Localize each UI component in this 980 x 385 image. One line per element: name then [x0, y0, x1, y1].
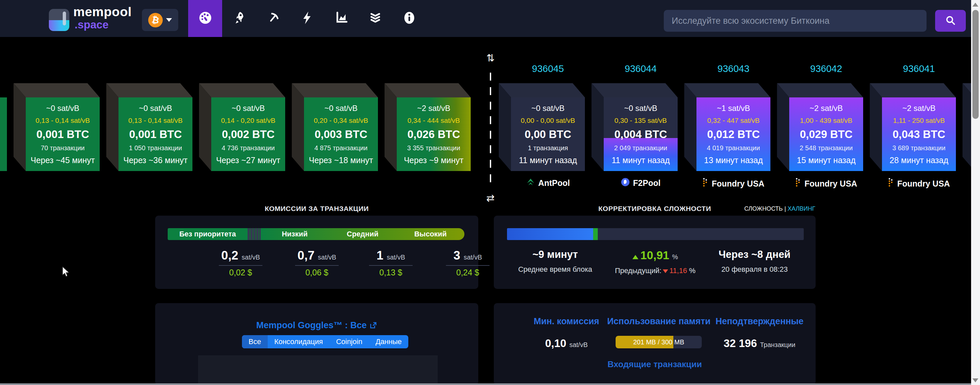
block-face: ~0 sat/vB0,00 - 0,00 sat/vB0,00 BTC1 тра… [511, 97, 585, 171]
incoming-transactions-link[interactable]: Входящие транзакции [494, 359, 816, 369]
brand[interactable]: mempool .space [73, 5, 132, 30]
block-face: ~1 sat/vB0,32 - 447 sat/vB0,012 BTC4 019… [697, 97, 770, 171]
goggles-tab-coinjoin[interactable]: Coinjoin [329, 335, 369, 348]
tab-dashboard[interactable] [188, 0, 222, 37]
search-input[interactable] [664, 10, 926, 32]
block-total-fees: 0,001 BTC [129, 128, 182, 141]
difficulty-panel: ~9 минут Среднее время блока 10,91 % Пре… [494, 216, 816, 289]
mempool-block[interactable]: ~0 sat/vB0,14 - 0,20 sat/vB0,002 BTC4 73… [211, 97, 285, 171]
goggles-tab-данные[interactable]: Данные [369, 335, 408, 348]
fee-tier: 1 sat/vB0,13 $ [355, 249, 427, 277]
block-tx-count: 70 транзакции [41, 144, 84, 152]
fee-usd: 0,02 $ [204, 268, 277, 277]
goggles-tab-все[interactable]: Все [242, 335, 268, 348]
mempool-block[interactable]: ~2 sat/vB0,34 - 444 sat/vB0,026 BTC3 355… [397, 97, 471, 171]
block-fee-range: 0,13 - 0,14 sat/vB [36, 116, 90, 124]
scrollbar-up-arrow[interactable] [972, 3, 978, 6]
block-height-link[interactable]: 936045 [511, 64, 585, 74]
brand-top: mempool [73, 5, 132, 18]
goggles-canvas[interactable] [198, 355, 438, 385]
block-time-ago: 15 минут назад [797, 156, 856, 165]
block-total-fees: 0,00 BTC [525, 128, 571, 141]
unconfirmed-number: 32 196 [724, 337, 757, 349]
previous-change: 11,16 [670, 266, 687, 275]
mining-pool-link[interactable]: AntPool [511, 178, 585, 189]
pickaxe-icon [267, 11, 280, 26]
mining-pool-link[interactable]: Foundry USA [789, 178, 863, 189]
block-eta: Через ~9 минут [404, 156, 464, 165]
blockchain-block[interactable]: ~1 sat/vB0,32 - 447 sat/vB0,012 BTC4 019… [697, 97, 770, 171]
mempool-block[interactable]: ~0 sat/vB0,13 - 0,14 sat/vB0,001 BTC1 05… [118, 97, 192, 171]
difficulty-links: СЛОЖНОСТЬ | ХАЛВИНГ [729, 205, 815, 212]
halving-link[interactable]: ХАЛВИНГ [788, 205, 815, 212]
block-tx-count: 3 689 транзакции [892, 144, 946, 152]
block-face: ~2 sat/vB1,11 - 250 sat/vB0,043 BTC3 689… [882, 97, 956, 171]
mining-pool-name: Foundry USA [897, 179, 950, 189]
mouse-cursor [61, 266, 71, 279]
fee-usd: 0,06 $ [280, 268, 353, 277]
tab-graphs[interactable] [324, 0, 358, 37]
mining-pool-link[interactable]: Foundry USA [882, 178, 956, 189]
goggles-tab-консолидация[interactable]: Консолидация [268, 335, 329, 348]
block-top-face [385, 83, 471, 97]
blockchain-block[interactable]: ~2 sat/vB1,11 - 250 sat/vB0,043 BTC3 689… [882, 97, 956, 171]
tab-acceleration[interactable] [222, 0, 256, 37]
block-fee-range: 0,34 - 444 sat/vB [408, 116, 460, 124]
block-height-link[interactable]: 936043 [697, 64, 770, 74]
lightning-icon [301, 11, 314, 26]
block-total-fees: 0,012 BTC [707, 128, 760, 141]
mempool-block-partial[interactable] [0, 97, 7, 171]
fee-divider [369, 265, 413, 266]
block-total-fees: 0,004 BTC [614, 128, 667, 141]
tab-layers[interactable] [358, 0, 392, 37]
mining-pool-link[interactable]: F2Pool [604, 178, 678, 189]
blockchain-block[interactable]: ~2 sat/vB1,00 - 439 sat/vB0,029 BTC2 548… [789, 97, 863, 171]
mempool-block[interactable]: ~0 sat/vB0,20 - 0,34 sat/vB0,003 BTC4 87… [304, 97, 378, 171]
fee-rate: 1 sat/vB [355, 249, 427, 262]
block-median-rate: ~0 sat/vB [232, 104, 265, 113]
mempool-block[interactable]: ~0 sat/vB0,13 - 0,14 sat/vB0,001 BTC70 т… [26, 97, 100, 171]
block-time-ago: 28 минут назад [889, 156, 948, 165]
sort-arrows-icon[interactable]: ⇅ [484, 52, 497, 64]
search-button[interactable] [935, 10, 966, 32]
goggles-title-link[interactable]: Mempool Goggles™ : Все [155, 320, 478, 331]
foundry-icon [702, 178, 708, 189]
fee-bar-label-medium: Средний [347, 230, 379, 239]
fee-divider [446, 265, 490, 266]
block-top-face [14, 83, 100, 97]
blockchain-block[interactable]: ~0 sat/vB0,30 - 135 sat/vB0,004 BTC2 049… [604, 97, 678, 171]
tab-mining[interactable] [256, 0, 290, 37]
block-median-rate: ~2 sat/vB [810, 104, 843, 113]
fee-divider [295, 265, 339, 266]
block-tx-count: 1 транзакция [528, 144, 568, 152]
scrollbar-thumb[interactable] [972, 10, 979, 119]
tab-about[interactable] [392, 0, 426, 37]
block-time-ago: 11 минут назад [612, 156, 670, 165]
block-left-face [499, 83, 511, 171]
currency-dropdown[interactable]: ₿ [142, 9, 178, 31]
mempool-chain-divider [490, 73, 491, 188]
fee-usd: 0,13 $ [355, 268, 427, 277]
block-face: ~0 sat/vB0,20 - 0,34 sat/vB0,003 BTC4 87… [304, 97, 378, 171]
block-left-face [592, 83, 604, 171]
difficulty-link[interactable]: СЛОЖНОСТЬ [745, 205, 783, 212]
mempool-logo-icon[interactable] [49, 9, 69, 31]
fee-priority-bar[interactable]: Без приоритета Низкий Средний Высокий [168, 228, 465, 240]
fee-rate: 0,2 sat/vB [204, 249, 277, 262]
block-height-link[interactable]: 936044 [604, 64, 678, 74]
swap-arrows-icon[interactable]: ⇄ [484, 192, 497, 204]
mining-pool-link[interactable]: Foundry USA [697, 178, 770, 189]
blockchain-block[interactable]: ~0 sat/vB0,00 - 0,00 sat/vB0,00 BTC1 тра… [511, 97, 585, 171]
block-top-face [870, 83, 956, 97]
fee-rate-unit: sat/vB [242, 254, 260, 261]
goggles-tab-bar: ВсеКонсолидацияCoinjoinДанные [242, 335, 408, 348]
block-median-rate: ~0 sat/vB [531, 104, 565, 113]
foundry-icon [888, 178, 894, 189]
fee-tier: 0,2 sat/vB0,02 $ [204, 249, 277, 277]
block-height-link[interactable]: 936041 [882, 64, 956, 74]
scrollbar-down-arrow[interactable] [972, 379, 978, 382]
fee-divider [219, 265, 262, 266]
tab-lightning[interactable] [290, 0, 324, 37]
block-height-link[interactable]: 936042 [789, 64, 863, 74]
block-face: ~0 sat/vB0,14 - 0,20 sat/vB0,002 BTC4 73… [211, 97, 285, 171]
